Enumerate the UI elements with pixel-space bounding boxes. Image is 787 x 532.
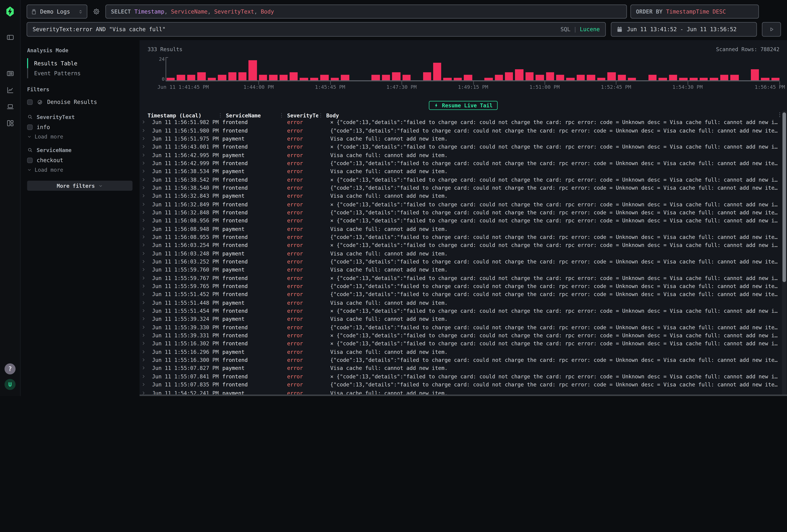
histogram-bar[interactable] xyxy=(320,75,328,80)
log-row[interactable]: Jun 11 1:54:52.241 PM payment error Visa… xyxy=(140,389,780,395)
mode-event-patterns[interactable]: Event Patterns xyxy=(27,68,132,78)
log-row[interactable]: Jun 11 1:56:51.982 PM frontend error × {… xyxy=(140,118,780,126)
histogram-bar[interactable] xyxy=(464,75,472,80)
histogram-bar[interactable] xyxy=(577,75,585,80)
log-row[interactable]: Jun 11 1:56:43.001 PM frontend error × {… xyxy=(140,143,780,151)
expand-row-chevron-icon[interactable] xyxy=(140,317,148,321)
expand-row-chevron-icon[interactable] xyxy=(140,268,148,272)
select-clause-input[interactable]: SELECTTimestamp, ServiceName, SeverityTe… xyxy=(105,4,627,19)
denoise-results-toggle[interactable]: Denoise Results xyxy=(27,98,132,106)
expand-row-chevron-icon[interactable] xyxy=(140,169,148,173)
column-separator-icon[interactable]: ⋮ xyxy=(279,112,284,118)
log-row[interactable]: Jun 11 1:56:42.999 PM frontend error {"c… xyxy=(140,159,780,167)
histogram-bar[interactable] xyxy=(710,78,718,81)
histogram-bar[interactable] xyxy=(269,75,277,80)
histogram-bar[interactable] xyxy=(536,75,544,80)
histogram-bar[interactable] xyxy=(341,75,349,80)
log-row[interactable]: Jun 11 1:55:59.765 PM frontend error {"c… xyxy=(140,282,780,290)
vertical-scrollbar[interactable] xyxy=(782,110,787,396)
col-severitytext[interactable]: ⋮SeverityText xyxy=(279,112,318,118)
histogram-bar[interactable] xyxy=(556,75,564,80)
denoise-checkbox[interactable] xyxy=(27,99,33,105)
expand-row-chevron-icon[interactable] xyxy=(140,210,148,214)
scrollbar-thumb[interactable] xyxy=(783,112,786,282)
histogram-bar[interactable] xyxy=(669,75,677,80)
histogram-bar[interactable] xyxy=(238,72,247,81)
histogram-bar[interactable] xyxy=(771,78,780,81)
histogram-bar[interactable] xyxy=(495,75,503,80)
histogram-bar[interactable] xyxy=(597,78,605,81)
histogram-bar[interactable] xyxy=(177,75,185,80)
expand-row-chevron-icon[interactable] xyxy=(140,366,148,370)
histogram-bar[interactable] xyxy=(197,72,206,81)
log-row[interactable]: Jun 11 1:56:03.248 PM payment error Visa… xyxy=(140,249,780,257)
histogram-bar[interactable] xyxy=(454,78,462,81)
help-button[interactable]: ? xyxy=(4,363,16,375)
log-row[interactable]: Jun 11 1:55:39.331 PM frontend error × {… xyxy=(140,331,780,339)
log-row[interactable]: Jun 11 1:56:03.254 PM frontend error × {… xyxy=(140,241,780,249)
histogram-bar[interactable] xyxy=(433,63,441,80)
expand-row-chevron-icon[interactable] xyxy=(140,308,148,313)
column-separator-icon[interactable]: ⋮ xyxy=(218,112,223,118)
histogram-bar[interactable] xyxy=(689,78,698,81)
log-row[interactable]: Jun 11 1:56:38.542 PM frontend error × {… xyxy=(140,175,780,184)
histogram-bar[interactable] xyxy=(279,75,288,80)
load-more-servicename[interactable]: Load more xyxy=(27,166,132,174)
expand-row-chevron-icon[interactable] xyxy=(140,186,148,190)
more-filters-button[interactable]: More filters xyxy=(27,181,132,191)
histogram-bar[interactable] xyxy=(331,78,339,81)
panel-toggle-icon[interactable] xyxy=(4,31,16,43)
expand-row-chevron-icon[interactable] xyxy=(140,251,148,255)
log-row[interactable]: Jun 11 1:56:32.843 PM payment error Visa… xyxy=(140,192,780,200)
log-row[interactable]: Jun 11 1:56:38.540 PM frontend error {"c… xyxy=(140,184,780,192)
log-row[interactable]: Jun 11 1:56:03.252 PM frontend error {"c… xyxy=(140,257,780,265)
histogram-bar[interactable] xyxy=(526,72,534,81)
log-row[interactable]: Jun 11 1:55:07.841 PM frontend error × {… xyxy=(140,372,780,380)
col-body[interactable]: ⋮Body xyxy=(318,112,775,118)
expand-row-chevron-icon[interactable] xyxy=(140,194,148,198)
histogram-bar[interactable] xyxy=(608,72,616,81)
histogram-bar[interactable] xyxy=(484,78,492,81)
lucene-mode-button[interactable]: Lucene xyxy=(580,26,600,33)
expand-row-chevron-icon[interactable] xyxy=(140,325,148,329)
expand-row-chevron-icon[interactable] xyxy=(140,235,148,239)
histogram-bar[interactable] xyxy=(228,72,236,81)
log-row[interactable]: Jun 11 1:55:16.296 PM payment error Visa… xyxy=(140,348,780,356)
histogram-bar[interactable] xyxy=(392,72,400,81)
load-more-severitytext[interactable]: Load more xyxy=(27,132,132,141)
order-by-input[interactable]: ORDER BY TimestampTime DESC xyxy=(631,4,759,19)
expand-row-chevron-icon[interactable] xyxy=(140,276,148,280)
log-row[interactable]: Jun 11 1:56:51.975 PM payment error Visa… xyxy=(140,134,780,143)
histogram-bar[interactable] xyxy=(167,78,175,81)
expand-row-chevron-icon[interactable] xyxy=(140,177,148,182)
expand-row-chevron-icon[interactable] xyxy=(140,350,148,354)
histogram-bar[interactable] xyxy=(679,78,687,81)
expand-row-chevron-icon[interactable] xyxy=(140,202,148,206)
log-row[interactable]: Jun 11 1:55:59.767 PM frontend error × {… xyxy=(140,274,780,282)
log-row[interactable]: Jun 11 1:56:08.948 PM payment error Visa… xyxy=(140,225,780,233)
log-row[interactable]: Jun 11 1:56:08.955 PM frontend error {"c… xyxy=(140,233,780,241)
resume-live-tail-button[interactable]: Resume Live Tail xyxy=(429,101,498,110)
log-row[interactable]: Jun 11 1:55:39.330 PM frontend error {"c… xyxy=(140,323,780,331)
expand-row-chevron-icon[interactable] xyxy=(140,136,148,141)
histogram-bar[interactable] xyxy=(259,75,267,80)
checkout-checkbox[interactable] xyxy=(27,157,33,163)
expand-row-chevron-icon[interactable] xyxy=(140,218,148,222)
log-row[interactable]: Jun 11 1:55:07.835 PM frontend error {"c… xyxy=(140,380,780,389)
expand-row-chevron-icon[interactable] xyxy=(140,333,148,338)
expand-row-chevron-icon[interactable] xyxy=(140,161,148,165)
expand-row-chevron-icon[interactable] xyxy=(140,292,148,296)
histogram-bar[interactable] xyxy=(566,78,575,81)
dashboards-icon[interactable] xyxy=(4,118,16,128)
expand-row-chevron-icon[interactable] xyxy=(140,120,148,124)
bottom-scroll-strip[interactable] xyxy=(140,395,787,396)
expand-row-chevron-icon[interactable] xyxy=(140,342,148,346)
histogram-bar[interactable] xyxy=(648,75,657,80)
log-row[interactable]: Jun 11 1:56:32.848 PM frontend error {"c… xyxy=(140,208,780,216)
sessions-icon[interactable] xyxy=(4,101,16,112)
run-query-button[interactable] xyxy=(762,22,781,37)
histogram-bar[interactable] xyxy=(587,75,595,80)
chart-explorer-icon[interactable] xyxy=(4,84,16,95)
histogram-bar[interactable] xyxy=(659,78,667,81)
col-timestamp[interactable]: Timestamp (Local) xyxy=(148,112,218,118)
